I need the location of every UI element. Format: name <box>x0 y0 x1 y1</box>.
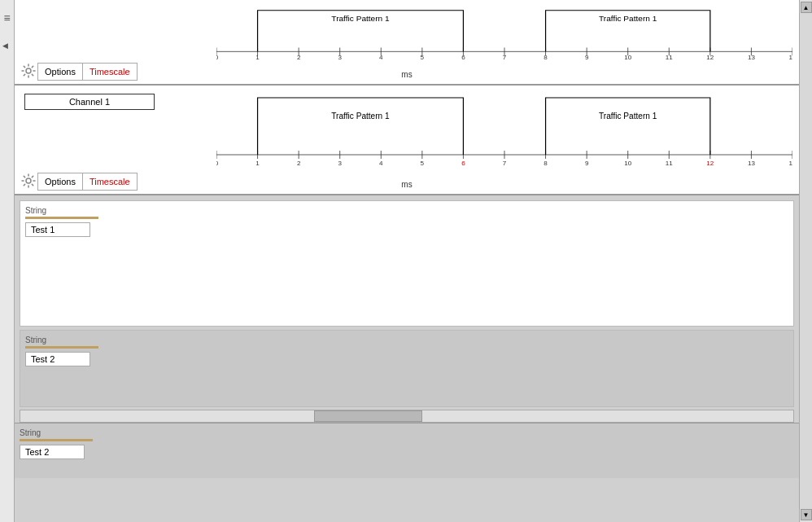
svg-text:8: 8 <box>544 160 548 167</box>
top-waveform-svg: 0 1 2 3 4 5 6 7 8 9 10 11 12 13 14 <box>216 4 792 61</box>
string-section-2: String Test 2 <box>20 330 794 407</box>
svg-text:5: 5 <box>421 160 425 167</box>
svg-text:5: 5 <box>421 54 425 61</box>
options-row-top: Options Timescale <box>21 63 138 81</box>
svg-text:1: 1 <box>255 54 260 61</box>
svg-text:1: 1 <box>255 160 260 167</box>
right-scrollbar[interactable]: ▲ ▼ <box>799 0 812 522</box>
svg-text:7: 7 <box>503 160 507 167</box>
string-label-2: String <box>25 336 788 344</box>
svg-text:14: 14 <box>789 54 792 61</box>
svg-text:0: 0 <box>216 160 219 167</box>
svg-text:Traffic Pattern 1: Traffic Pattern 1 <box>331 15 390 24</box>
scroll-up-btn[interactable]: ▲ <box>801 2 812 13</box>
svg-point-33 <box>26 68 31 73</box>
top-section: 0 1 2 3 4 5 6 7 8 9 10 11 12 13 14 <box>15 0 799 86</box>
ms-label-channel: ms <box>401 180 412 189</box>
gear-icon-channel <box>21 173 36 188</box>
fixed-bottom-section: String Test 2 <box>15 423 799 478</box>
ms-label-top: ms <box>401 70 412 79</box>
options-button-channel[interactable]: Options <box>37 173 83 191</box>
svg-text:7: 7 <box>503 54 506 61</box>
svg-text:13: 13 <box>748 54 756 61</box>
gear-button-top[interactable] <box>21 64 36 81</box>
sidebar-menu-icon[interactable]: ≡ <box>3 11 10 24</box>
app-container: ≡ ◀ <box>0 0 812 522</box>
string-underline-fixed <box>20 439 93 441</box>
scroll-track-right <box>800 13 812 509</box>
string-value-fixed: Test 2 <box>20 445 85 459</box>
channel-section: Channel 1 <box>15 86 799 195</box>
panels-area: String Test 1 String Test 2 String Tes <box>15 195 799 522</box>
svg-text:9: 9 <box>585 160 589 167</box>
svg-text:10: 10 <box>624 160 632 167</box>
svg-text:3: 3 <box>338 160 342 167</box>
svg-text:11: 11 <box>666 54 674 61</box>
gear-icon-top <box>21 64 36 78</box>
svg-text:4: 4 <box>379 160 383 167</box>
svg-text:4: 4 <box>379 54 383 61</box>
svg-text:14: 14 <box>789 160 792 167</box>
svg-text:0: 0 <box>216 54 219 61</box>
svg-text:6: 6 <box>461 54 465 61</box>
svg-text:9: 9 <box>585 54 589 61</box>
options-button-top[interactable]: Options <box>37 63 83 81</box>
string-label-fixed: String <box>20 428 794 437</box>
svg-text:2: 2 <box>297 160 301 167</box>
gear-button-channel[interactable] <box>21 173 36 191</box>
scroll-down-btn[interactable]: ▼ <box>801 509 812 520</box>
svg-text:Traffic Pattern 1: Traffic Pattern 1 <box>599 112 657 121</box>
channel-waveform-svg: 0 1 2 3 4 5 6 7 8 9 10 11 12 13 14 <box>216 90 792 171</box>
timescale-button-channel[interactable]: Timescale <box>83 173 138 191</box>
svg-text:Traffic Pattern 1: Traffic Pattern 1 <box>599 15 657 24</box>
svg-text:11: 11 <box>666 160 674 167</box>
scrollbar-thumb[interactable] <box>314 410 422 422</box>
string-underline-2 <box>25 346 98 349</box>
string-underline-1 <box>25 217 98 219</box>
content-area: 0 1 2 3 4 5 6 7 8 9 10 11 12 13 14 <box>15 0 799 522</box>
string-section-1: String Test 1 <box>20 200 794 327</box>
horizontal-scrollbar[interactable] <box>20 410 794 423</box>
timescale-button-top[interactable]: Timescale <box>83 63 138 81</box>
svg-text:Traffic Pattern 1: Traffic Pattern 1 <box>331 112 390 121</box>
svg-text:10: 10 <box>624 54 632 61</box>
string-value-1: Test 1 <box>25 222 90 237</box>
svg-text:12: 12 <box>706 160 714 167</box>
svg-point-67 <box>26 178 31 183</box>
svg-text:6: 6 <box>461 160 465 167</box>
string-value-2: Test 2 <box>25 352 90 366</box>
string-label-1: String <box>25 206 788 215</box>
svg-text:12: 12 <box>706 54 714 61</box>
svg-text:2: 2 <box>297 54 300 61</box>
svg-text:8: 8 <box>544 54 548 61</box>
channel-waveform: 0 1 2 3 4 5 6 7 8 9 10 11 12 13 14 <box>216 90 792 171</box>
top-waveform: 0 1 2 3 4 5 6 7 8 9 10 11 12 13 14 <box>216 4 792 61</box>
arrow-icon: ◀ <box>2 42 8 50</box>
svg-text:3: 3 <box>338 54 342 61</box>
scrollbar-track[interactable] <box>20 410 793 422</box>
channel-label: Channel 1 <box>24 94 155 110</box>
options-row-channel: Options Timescale <box>21 173 138 191</box>
svg-text:13: 13 <box>748 160 756 167</box>
left-sidebar: ≡ ◀ <box>0 0 15 522</box>
